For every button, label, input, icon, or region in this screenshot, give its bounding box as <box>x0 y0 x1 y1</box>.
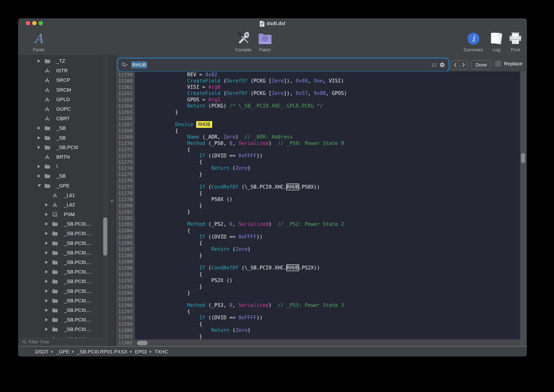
line-number: 11285 <box>116 234 135 240</box>
editor-hscrollbar-thumb[interactable] <box>137 341 148 345</box>
tree-item[interactable]: SRCM <box>18 85 102 95</box>
code-line: } <box>135 333 520 339</box>
tree-item[interactable]: _L62 <box>18 200 102 210</box>
search-input[interactable]: RHUB 12 <box>118 59 448 71</box>
sidebar-scrollbar-thumb[interactable] <box>103 217 107 256</box>
editor-hscrollbar-track[interactable] <box>135 339 520 346</box>
disclosure-closed-icon[interactable] <box>45 328 51 331</box>
clear-search-button[interactable] <box>440 62 445 68</box>
tree-item[interactable]: _SB.PCI0.... <box>18 315 102 324</box>
sidebar-scrollbar-track[interactable] <box>102 55 109 338</box>
patch-button[interactable]: Patch <box>254 29 276 53</box>
splitter-handle[interactable] <box>111 200 113 202</box>
code-line <box>135 177 520 184</box>
disclosure-open-icon[interactable] <box>38 184 44 187</box>
breadcrumb-item[interactable]: _GPE <box>56 349 69 355</box>
disclosure-closed-icon[interactable] <box>45 289 51 293</box>
code-line <box>135 215 520 221</box>
tree-item[interactable]: \ <box>18 162 102 171</box>
method-icon <box>44 115 50 122</box>
line-number: 11278 <box>116 190 135 196</box>
folder-icon <box>44 144 50 150</box>
tree-item[interactable]: GUPC <box>18 104 102 114</box>
tree-item-label: _SB.PCI0.... <box>64 259 91 265</box>
log-button[interactable]: Log <box>488 29 505 53</box>
tree-item[interactable]: _SB.PCI0.... <box>18 286 102 296</box>
compile-icon <box>236 31 251 46</box>
tree-item[interactable]: _SB.PCI0.... <box>18 277 102 286</box>
method-icon <box>44 106 50 112</box>
tree-item[interactable]: _SB.PCI0 <box>18 143 102 152</box>
done-button[interactable]: Done <box>471 60 491 69</box>
disclosure-closed-icon[interactable] <box>45 251 51 254</box>
disclosure-closed-icon[interactable] <box>38 165 44 168</box>
tree-item[interactable]: _GPE <box>18 181 102 190</box>
tree-item[interactable]: _L61 <box>18 190 102 200</box>
breadcrumb-item[interactable]: DSDT <box>35 349 49 355</box>
tree-item[interactable]: _SB.PCI0.... <box>18 238 102 248</box>
disclosure-closed-icon[interactable] <box>45 299 51 302</box>
tree-item[interactable]: PSM <box>18 210 102 219</box>
tree-item[interactable]: _SB.PCI0.... <box>18 296 102 305</box>
next-match-button[interactable] <box>460 61 468 69</box>
tree-item[interactable]: BRTN <box>18 152 102 162</box>
disclosure-closed-icon[interactable] <box>45 222 51 225</box>
disclosure-closed-icon[interactable] <box>45 270 51 273</box>
tree-item[interactable]: ISTR <box>18 66 102 75</box>
previous-match-button[interactable] <box>451 61 460 69</box>
disclosure-closed-icon[interactable] <box>45 203 51 206</box>
disclosure-closed-icon[interactable] <box>45 232 51 235</box>
editor-vscrollbar-track[interactable] <box>520 71 526 346</box>
fonts-button[interactable]: A Fonts <box>30 29 47 53</box>
compile-button[interactable]: Compile <box>232 29 255 53</box>
tree-item[interactable]: CBRT <box>18 114 102 123</box>
disclosure-closed-icon[interactable] <box>45 213 51 216</box>
disclosure-closed-icon[interactable] <box>38 59 44 63</box>
tree-item[interactable]: _SB.PCI0.... <box>18 219 102 229</box>
patch-label: Patch <box>259 47 271 52</box>
device-icon <box>51 211 58 217</box>
disclosure-closed-icon[interactable] <box>38 146 44 149</box>
tree-item[interactable]: _SB.PCI0.... <box>18 229 102 238</box>
replace-checkbox[interactable] <box>495 61 501 67</box>
search-menu-icon[interactable] <box>122 63 129 67</box>
method-icon <box>44 96 50 103</box>
line-number: 11298 <box>116 315 135 321</box>
disclosure-closed-icon[interactable] <box>38 136 44 140</box>
tree-item[interactable]: GPLD <box>18 95 102 104</box>
code-line: If (CondRefOf (\_SB.PCI0.XHC.RHUB.PS0X)) <box>135 184 520 190</box>
filter-tree-input[interactable]: Filter Tree <box>20 338 108 345</box>
tree-item[interactable]: _SB.PCI0.... <box>18 334 102 338</box>
disclosure-closed-icon[interactable] <box>45 242 51 245</box>
match-count: 12 <box>431 62 437 68</box>
disclosure-closed-icon[interactable] <box>38 126 44 130</box>
symbol-tree[interactable]: _TZISTRSRCPSRCMGPLDGUPCCBRT_SB_SB_SB.PCI… <box>18 55 102 338</box>
breadcrumb-item[interactable]: TXHC <box>154 349 168 355</box>
line-number: 11263 <box>116 97 135 103</box>
folder-icon <box>44 125 50 131</box>
breadcrumb-item[interactable]: _SB.PCI0.RP01.PXSX <box>77 349 127 355</box>
editor-vscrollbar-thumb[interactable] <box>521 153 525 163</box>
tree-item[interactable]: _SB.PCI0.... <box>18 324 102 334</box>
disclosure-closed-icon[interactable] <box>45 318 51 322</box>
tree-item[interactable]: SRCP <box>18 75 102 85</box>
disclosure-closed-icon[interactable] <box>45 280 51 283</box>
disclosure-closed-icon[interactable] <box>45 308 51 312</box>
print-button[interactable]: Print <box>507 29 524 53</box>
summary-button[interactable]: i Summary <box>462 29 485 53</box>
tree-item[interactable]: _SB <box>18 133 102 143</box>
tree-item[interactable]: _SB.PCI0.... <box>18 258 102 267</box>
tree-item[interactable]: _SB.PCI0.... <box>18 248 102 258</box>
tree-item[interactable]: _SB <box>18 123 102 133</box>
breadcrumb-item[interactable]: EP02 <box>135 349 147 355</box>
code-line: VISI = Arg0 <box>135 84 520 90</box>
tree-item[interactable]: _TZ <box>18 56 102 66</box>
tree-item[interactable]: _SB.PCI0.... <box>18 305 102 315</box>
tree-item[interactable]: _SB.PCI0.... <box>18 267 102 277</box>
disclosure-closed-icon[interactable] <box>38 174 44 178</box>
tree-item[interactable]: _SB <box>18 171 102 181</box>
search-highlight: RHUB <box>196 121 212 128</box>
code-editor[interactable]: REV = 0x02 CreateField (DerefOf (PCKG [Z… <box>135 71 520 339</box>
disclosure-closed-icon[interactable] <box>45 337 51 338</box>
disclosure-closed-icon[interactable] <box>45 261 51 264</box>
